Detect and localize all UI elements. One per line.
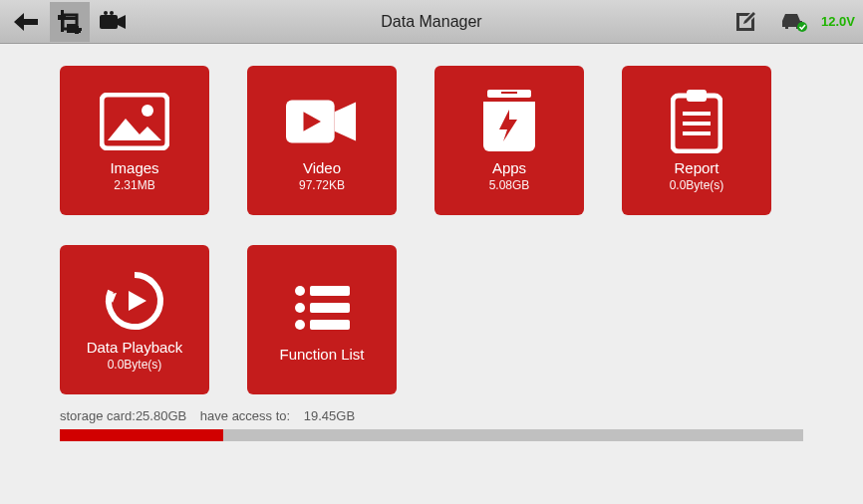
back-arrow-icon — [12, 11, 40, 33]
apps-icon — [473, 90, 545, 153]
svg-rect-16 — [687, 90, 707, 102]
tile-label: Data Playback — [87, 339, 183, 356]
car-icon — [778, 11, 808, 33]
edit-button[interactable] — [725, 2, 765, 42]
svg-rect-23 — [310, 303, 350, 313]
toolbar-right: 12.0V — [725, 2, 863, 42]
tile-label: Function List — [279, 346, 364, 363]
edit-icon — [733, 10, 757, 34]
svg-rect-14 — [501, 90, 517, 92]
tile-label: Apps — [492, 159, 526, 176]
tile-size: 97.72KB — [299, 178, 345, 192]
report-icon — [661, 90, 732, 153]
svg-rect-21 — [310, 286, 350, 296]
tile-label: Images — [110, 159, 158, 176]
vehicle-status-button[interactable] — [773, 2, 813, 42]
svg-rect-17 — [683, 112, 711, 116]
video-record-button[interactable] — [94, 2, 134, 42]
storage-bar — [60, 429, 803, 441]
back-button[interactable] — [6, 2, 46, 42]
svg-point-7 — [110, 11, 114, 15]
storage-access-label: have access to: — [200, 408, 290, 423]
storage-access-value: 19.45GB — [304, 408, 355, 423]
video-camera-icon — [100, 11, 128, 33]
toolbar: Data Manager 12.0V — [0, 0, 863, 44]
crop-icon — [58, 10, 82, 34]
voltage-reading: 12.0V — [821, 14, 855, 29]
svg-point-22 — [295, 303, 305, 313]
tile-grid: Images 2.31MB Video 97.72KB — [60, 66, 803, 394]
tile-function-list[interactable]: Function List — [247, 245, 397, 394]
storage-bar-fill — [60, 429, 223, 441]
svg-point-24 — [295, 320, 305, 330]
tile-size: 0.0Byte(s) — [108, 358, 162, 372]
tile-data-playback[interactable]: Data Playback 0.0Byte(s) — [60, 245, 209, 394]
list-icon — [286, 276, 358, 340]
svg-rect-18 — [683, 122, 711, 126]
tile-label: Video — [303, 159, 341, 176]
svg-rect-5 — [100, 15, 118, 29]
tile-size: 0.0Byte(s) — [670, 178, 724, 192]
svg-point-10 — [142, 105, 153, 117]
tile-apps[interactable]: Apps 5.08GB — [434, 66, 584, 215]
svg-point-8 — [797, 22, 807, 32]
tile-report[interactable]: Report 0.0Byte(s) — [622, 66, 771, 215]
screenshot-button[interactable] — [50, 2, 90, 42]
tile-video[interactable]: Video 97.72KB — [247, 66, 397, 215]
svg-rect-19 — [683, 131, 711, 135]
tile-size: 5.08GB — [489, 178, 530, 192]
storage-text: storage card:25.80GB have access to: 19.… — [60, 408, 803, 423]
svg-rect-2 — [58, 15, 66, 18]
tile-size: 2.31MB — [114, 178, 154, 192]
toolbar-left — [0, 2, 134, 42]
storage-section: storage card:25.80GB have access to: 19.… — [0, 394, 863, 441]
content-area: Images 2.31MB Video 97.72KB — [0, 44, 863, 394]
svg-rect-25 — [310, 320, 350, 330]
video-icon — [286, 90, 358, 153]
tile-images[interactable]: Images 2.31MB — [60, 66, 209, 215]
images-icon — [99, 90, 170, 153]
playback-icon — [99, 269, 170, 333]
tile-label: Report — [674, 159, 719, 176]
svg-point-6 — [104, 11, 108, 15]
svg-rect-4 — [74, 28, 82, 31]
storage-card-label: storage card: — [60, 408, 136, 423]
storage-card-value: 25.80GB — [136, 408, 186, 423]
svg-point-20 — [295, 286, 305, 296]
